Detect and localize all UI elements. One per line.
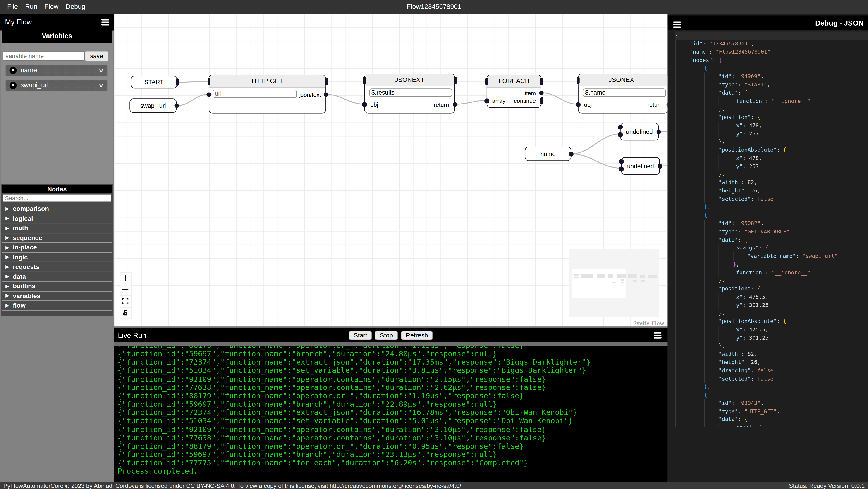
undefined2-in-handle-a[interactable] bbox=[619, 159, 624, 164]
jsonext1-exec-out-handle[interactable] bbox=[454, 77, 456, 84]
node-name[interactable]: name bbox=[525, 146, 571, 161]
category-requests[interactable]: ▶requests bbox=[2, 262, 112, 272]
http-get-url-input[interactable] bbox=[213, 89, 297, 98]
minimap-node bbox=[612, 281, 616, 283]
jsonext2-obj-handle[interactable] bbox=[576, 102, 581, 107]
category-in-place[interactable]: ▶in-place bbox=[2, 243, 112, 253]
sidebar-menu-icon[interactable] bbox=[101, 19, 109, 25]
jsonext1-return-handle[interactable] bbox=[453, 102, 457, 107]
category-comparison[interactable]: ▶comparison bbox=[2, 203, 112, 214]
start-exec-out-handle[interactable] bbox=[176, 78, 179, 86]
chevron-down-icon[interactable]: ∨ bbox=[98, 82, 104, 88]
stop-button[interactable]: Stop bbox=[375, 331, 398, 340]
variable-item-name[interactable]: ✕name∨ bbox=[5, 64, 107, 76]
jsonext1-return-label: return bbox=[434, 101, 449, 107]
minimap[interactable] bbox=[569, 250, 659, 317]
json-line: "height": 26, bbox=[675, 358, 868, 367]
console-output[interactable]: {"function_id":"88179","function_name":"… bbox=[114, 346, 668, 482]
node-http-get[interactable]: HTTP GET json/text bbox=[209, 74, 326, 113]
menu-run[interactable]: Run bbox=[25, 3, 37, 11]
chevron-down-icon[interactable]: ∨ bbox=[98, 67, 104, 73]
json-line: { bbox=[675, 32, 868, 40]
category-data[interactable]: ▶data bbox=[2, 272, 112, 282]
undefined1-in-handle-b[interactable] bbox=[618, 132, 623, 137]
json-line: "x": 475.5, bbox=[675, 293, 868, 301]
http-get-jsontext-handle[interactable] bbox=[324, 92, 329, 97]
undefined2-in-handle-b[interactable] bbox=[619, 166, 624, 171]
debug-menu-icon[interactable] bbox=[673, 22, 681, 28]
category-builtins[interactable]: ▶builtins bbox=[2, 282, 112, 291]
nodes-search-input[interactable] bbox=[3, 194, 111, 201]
json-line: "type": "START", bbox=[675, 81, 868, 89]
zoom-out-button[interactable] bbox=[120, 284, 131, 295]
console-line: {"function_id":"59697","function_name":"… bbox=[118, 400, 668, 409]
edge-return-array bbox=[455, 100, 487, 104]
json-line: "selected": false bbox=[675, 375, 868, 383]
category-label: math bbox=[13, 225, 28, 231]
delete-variable-icon[interactable]: ✕ bbox=[9, 82, 17, 89]
category-sequence[interactable]: ▶sequence bbox=[2, 233, 112, 243]
undefined1-out-handle[interactable] bbox=[656, 129, 661, 134]
swapi-url-out-handle[interactable] bbox=[174, 103, 179, 108]
node-jsonext-1[interactable]: JSONEXT obj return bbox=[364, 73, 455, 113]
console-line: {"function_id":"72374","function_name":"… bbox=[118, 409, 668, 417]
edge-jsontext-obj bbox=[326, 94, 364, 104]
refresh-button[interactable]: Refresh bbox=[401, 331, 433, 340]
undefined1-in-handle-a[interactable] bbox=[618, 125, 623, 130]
node-start[interactable]: START bbox=[131, 75, 177, 88]
category-variables[interactable]: ▶variables bbox=[2, 291, 112, 301]
json-line: "function": "__ignore__" bbox=[675, 97, 868, 105]
debug-json-content[interactable]: {"id": "12345678901","name": "Flow123456… bbox=[668, 30, 868, 427]
category-flow[interactable]: ▶flow bbox=[2, 301, 112, 311]
node-swapi-url[interactable]: swapi_url bbox=[129, 98, 177, 112]
sidebar-header: My Flow bbox=[0, 13, 114, 31]
foreach-item-handle[interactable] bbox=[539, 91, 544, 95]
foreach-exec-out-handle[interactable] bbox=[540, 78, 543, 85]
node-jsonext-1-title: JSONEXT bbox=[365, 74, 455, 86]
jsonext2-path-input[interactable] bbox=[583, 88, 666, 97]
live-run-menu-icon[interactable] bbox=[654, 332, 661, 338]
node-undefined-1[interactable]: undefined bbox=[620, 123, 659, 140]
menu-flow[interactable]: Flow bbox=[44, 3, 59, 11]
lock-button[interactable] bbox=[120, 307, 131, 318]
jsonext1-path-input[interactable] bbox=[369, 88, 452, 97]
zoom-in-button[interactable] bbox=[120, 272, 131, 284]
variable-item-swapi_url[interactable]: ✕swapi_url∨ bbox=[5, 79, 107, 91]
category-logical[interactable]: ▶logical bbox=[2, 214, 112, 224]
delete-variable-icon[interactable]: ✕ bbox=[9, 67, 17, 74]
minimap-node bbox=[621, 279, 624, 281]
menu-file[interactable]: File bbox=[7, 3, 18, 11]
json-line: }, bbox=[675, 138, 868, 146]
node-undefined-2[interactable]: undefined bbox=[621, 157, 660, 174]
category-logic[interactable]: ▶logic bbox=[2, 253, 112, 262]
status-bar: PyFlowAutomatorCore © 2023 by Abinadi Co… bbox=[0, 482, 868, 489]
name-out-handle[interactable] bbox=[569, 152, 574, 156]
menu-debug[interactable]: Debug bbox=[66, 3, 85, 11]
variable-name-input[interactable] bbox=[3, 51, 85, 61]
http-get-url-handle[interactable] bbox=[207, 92, 211, 97]
category-math[interactable]: ▶math bbox=[2, 224, 112, 233]
jsonext1-exec-in-handle[interactable] bbox=[363, 77, 366, 84]
console-scrollbar[interactable] bbox=[114, 342, 668, 346]
flow-canvas[interactable]: START swapi_url HTTP GET json/text JSONE… bbox=[114, 13, 668, 326]
jsonext1-obj-handle[interactable] bbox=[362, 102, 367, 107]
node-jsonext-2[interactable]: JSONEXT obj return bbox=[578, 73, 668, 113]
node-categories: ▶comparison▶logical▶math▶sequence▶in-pla… bbox=[2, 203, 112, 311]
node-start-title: START bbox=[144, 78, 164, 85]
undefined2-out-handle[interactable] bbox=[657, 164, 662, 168]
minus-icon bbox=[122, 287, 129, 293]
node-foreach[interactable]: FOREACH item array continue bbox=[487, 74, 541, 108]
foreach-exec-in-handle[interactable] bbox=[485, 78, 488, 85]
edge-swapiurl-url bbox=[177, 94, 209, 105]
http-get-exec-out-handle[interactable] bbox=[324, 78, 327, 85]
save-variable-button[interactable]: save bbox=[85, 51, 108, 61]
foreach-continue-handle[interactable] bbox=[540, 97, 543, 104]
json-line: "positionAbsolute": { bbox=[675, 318, 868, 326]
license-text: PyFlowAutomatorCore © 2023 by Abinadi Co… bbox=[3, 482, 461, 489]
canvas-bottom-scrollbar[interactable] bbox=[114, 326, 668, 327]
fit-view-button[interactable] bbox=[120, 295, 131, 307]
jsonext2-exec-in-handle[interactable] bbox=[577, 77, 579, 84]
foreach-array-handle[interactable] bbox=[484, 98, 489, 103]
http-get-exec-in-handle[interactable] bbox=[207, 78, 210, 85]
start-button[interactable]: Start bbox=[349, 331, 372, 340]
